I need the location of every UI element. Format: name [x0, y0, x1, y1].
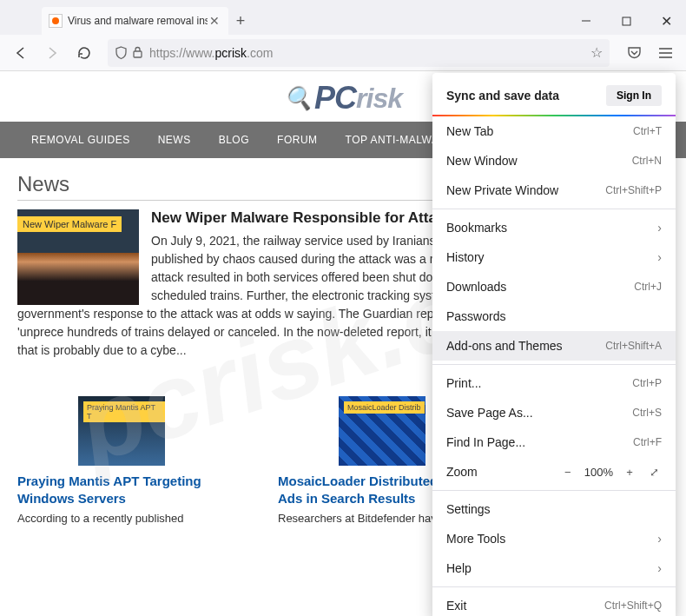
card-praying-mantis: Praying Mantis APT T Praying Mantis APT … [17, 396, 226, 525]
chevron-right-icon: › [657, 532, 662, 546]
reload-button[interactable] [69, 39, 97, 67]
lock-icon [132, 46, 149, 59]
toolbar: https://www.pcrisk.com ☆ [0, 35, 686, 71]
menu-item-downloads[interactable]: DownloadsCtrl+J [432, 272, 676, 301]
browser-tab[interactable]: Virus and malware removal inst ✕ [42, 7, 228, 35]
zoom-out-button[interactable]: − [560, 466, 576, 479]
menu-item-settings[interactable]: Settings [432, 494, 676, 524]
sync-row: Sync and save data Sign In [432, 73, 676, 116]
zoom-in-button[interactable]: + [622, 466, 637, 479]
lead-thumbnail[interactable]: New Wiper Malware F [17, 209, 139, 305]
separator [432, 364, 676, 365]
maximize-button[interactable] [606, 7, 646, 35]
fullscreen-button[interactable]: ⤢ [646, 466, 662, 479]
menu-item-find-in-page-[interactable]: Find In Page...Ctrl+F [432, 427, 676, 457]
app-menu: Sync and save data Sign In New TabCtrl+T… [432, 73, 676, 616]
forward-button[interactable] [38, 39, 66, 67]
pocket-icon[interactable] [620, 39, 648, 67]
menu-item-bookmarks[interactable]: Bookmarks› [432, 213, 676, 242]
card-body: According to a recently published [17, 512, 226, 525]
menu-item-history[interactable]: History› [432, 242, 676, 272]
chevron-right-icon: › [657, 250, 662, 264]
tab-title: Virus and malware removal inst [68, 15, 208, 27]
url-bar[interactable]: https://www.pcrisk.com ☆ [108, 39, 610, 67]
shield-icon [115, 46, 132, 60]
menu-item-add-ons-and-themes[interactable]: Add-ons and ThemesCtrl+Shift+A [432, 331, 676, 361]
bookmark-star-icon[interactable]: ☆ [590, 44, 603, 61]
chevron-right-icon: › [657, 221, 662, 235]
sign-in-button[interactable]: Sign In [606, 85, 662, 106]
svg-rect-1 [623, 17, 630, 25]
menu-zoom: Zoom − 100% + ⤢ [432, 457, 676, 487]
card-thumb[interactable]: MosaicLoader Distrib [339, 396, 425, 466]
back-button[interactable] [7, 39, 35, 67]
menu-item-new-window[interactable]: New WindowCtrl+N [432, 146, 676, 176]
menu-item-exit[interactable]: ExitCtrl+Shift+Q [432, 591, 676, 616]
separator [432, 490, 676, 491]
card-title[interactable]: Praying Mantis APT Targeting Windows Ser… [17, 473, 226, 507]
separator [432, 586, 676, 587]
url-text: https://www.pcrisk.com [149, 46, 273, 60]
zoom-value: 100% [584, 466, 613, 479]
menu-item-new-tab[interactable]: New TabCtrl+T [432, 116, 676, 146]
menu-item-passwords[interactable]: Passwords [432, 301, 676, 331]
nav-blog[interactable]: BLOG [205, 122, 263, 158]
close-window-button[interactable]: ✕ [646, 7, 686, 35]
tab-close-icon[interactable]: ✕ [208, 12, 221, 30]
magnifier-icon: 🔍 [284, 85, 311, 112]
new-tab-button[interactable]: + [228, 7, 253, 35]
menu-item-help[interactable]: Help› [432, 553, 676, 583]
nav-news[interactable]: NEWS [144, 122, 205, 158]
sync-label: Sync and save data [446, 89, 559, 103]
menu-item-save-page-as-[interactable]: Save Page As...Ctrl+S [432, 398, 676, 427]
nav-removal-guides[interactable]: REMOVAL GUIDES [17, 122, 144, 158]
menu-item-more-tools[interactable]: More Tools› [432, 524, 676, 553]
separator [432, 209, 676, 209]
menu-item-new-private-window[interactable]: New Private WindowCtrl+Shift+P [432, 176, 676, 205]
card-thumb[interactable]: Praying Mantis APT T [78, 396, 165, 466]
menu-item-print-[interactable]: Print...Ctrl+P [432, 368, 676, 398]
titlebar: Virus and malware removal inst ✕ + ✕ [0, 0, 686, 35]
nav-forum[interactable]: FORUM [263, 122, 332, 158]
tab-favicon [49, 14, 63, 28]
svg-rect-2 [134, 51, 142, 57]
chevron-right-icon: › [657, 561, 662, 575]
minimize-button[interactable] [566, 7, 606, 35]
app-menu-button[interactable] [651, 39, 679, 67]
